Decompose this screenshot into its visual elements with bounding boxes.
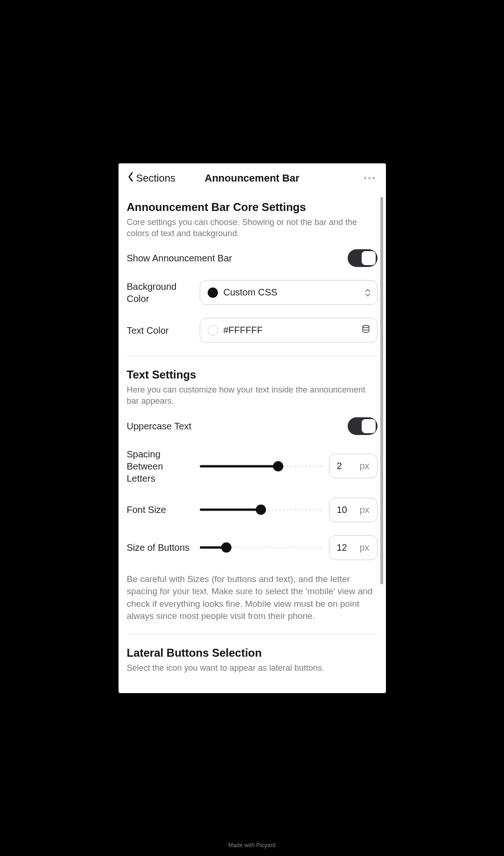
database-icon	[361, 324, 371, 336]
spacing-input[interactable]: 2 px	[329, 454, 378, 478]
fontsize-input[interactable]: 10 px	[329, 498, 378, 522]
core-desc: Core settings you can choose. Showing or…	[127, 217, 378, 239]
btnsize-row: Size of Buttons 12 px	[127, 535, 378, 560]
uppercase-row: Uppercase Text	[127, 417, 378, 435]
divider	[127, 634, 378, 634]
watermark: Made with Picyard	[228, 842, 275, 849]
more-button[interactable]	[361, 174, 378, 182]
lateral-heading: Lateral Buttons Selection	[127, 646, 378, 660]
bg-color-value: Custom CSS	[224, 287, 278, 298]
show-bar-toggle[interactable]	[348, 249, 378, 267]
chevron-updown-icon	[365, 288, 371, 297]
btnsize-label: Size of Buttons	[127, 541, 192, 554]
scroll-area[interactable]: Announcement Bar Core Settings Core sett…	[119, 191, 386, 693]
text-color-label: Text Color	[127, 324, 192, 337]
spacing-slider[interactable]	[200, 461, 322, 471]
text-color-input[interactable]: #FFFFFF	[200, 318, 378, 343]
bg-color-select[interactable]: Custom CSS	[200, 280, 378, 305]
divider	[127, 356, 378, 356]
chevron-left-icon	[127, 172, 134, 185]
header-bar: Sections Announcement Bar	[119, 163, 386, 191]
back-button[interactable]: Sections	[127, 172, 175, 185]
btnsize-slider[interactable]	[200, 542, 322, 553]
text-settings-desc: Here you can customize how your text ins…	[127, 384, 378, 407]
btnsize-value: 12	[337, 542, 347, 553]
text-color-row: Text Color #FFFFFF	[127, 318, 378, 343]
lateral-desc: Select the icon you want to appear as la…	[127, 662, 378, 674]
spacing-label: Spacing Between Letters	[127, 448, 192, 484]
unit-label: px	[359, 542, 369, 553]
scrollbar[interactable]	[380, 197, 383, 584]
settings-panel: Sections Announcement Bar Announcement B…	[119, 163, 386, 693]
text-settings-heading: Text Settings	[127, 368, 378, 381]
size-warning-note: Be careful with Sizes (for buttons and t…	[127, 573, 378, 623]
back-label: Sections	[136, 172, 175, 184]
bg-color-label: Background Color	[127, 281, 192, 305]
core-heading: Announcement Bar Core Settings	[127, 201, 378, 214]
show-bar-row: Show Announcement Bar	[127, 249, 378, 267]
bg-color-row: Background Color Custom CSS	[127, 280, 378, 305]
fontsize-slider[interactable]	[200, 505, 322, 515]
btnsize-input[interactable]: 12 px	[329, 535, 378, 560]
show-bar-label: Show Announcement Bar	[127, 252, 340, 264]
uppercase-toggle[interactable]	[348, 417, 378, 435]
text-color-value: #FFFFFF	[224, 325, 263, 336]
fontsize-label: Font Size	[127, 504, 192, 516]
unit-label: px	[359, 461, 369, 471]
unit-label: px	[359, 505, 369, 515]
uppercase-label: Uppercase Text	[127, 420, 340, 432]
color-swatch-icon	[208, 288, 218, 298]
spacing-row: Spacing Between Letters 2 px	[127, 448, 378, 484]
fontsize-row: Font Size 10 px	[127, 498, 378, 522]
svg-point-0	[363, 325, 369, 328]
spacing-value: 2	[337, 461, 342, 471]
ellipsis-icon	[364, 177, 366, 179]
color-swatch-icon	[208, 325, 218, 336]
fontsize-value: 10	[337, 505, 347, 515]
